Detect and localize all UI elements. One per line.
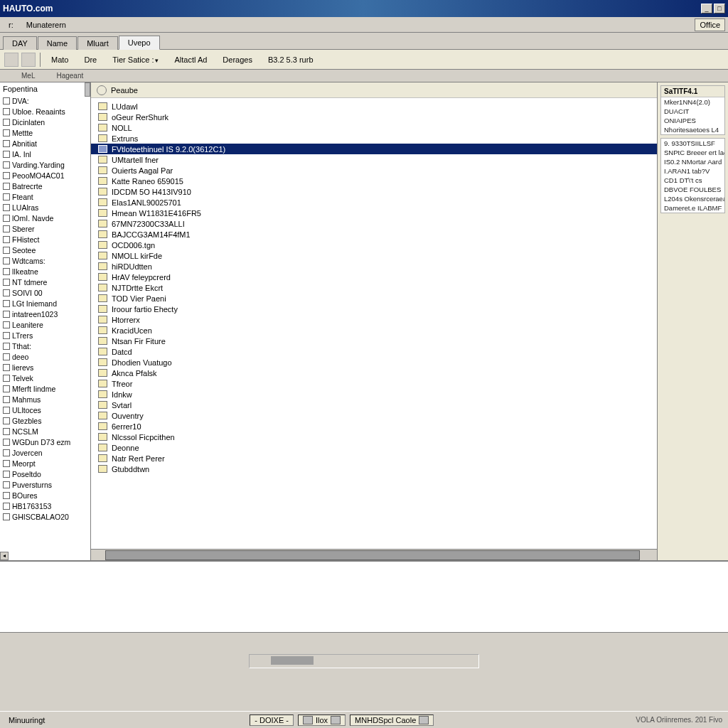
right-panel-line[interactable]: SNPtC Breeer ert lao	[661, 148, 724, 157]
tool-dre[interactable]: Dre	[77, 53, 103, 66]
tool-icon-2[interactable]	[21, 53, 36, 67]
tool-mato[interactable]: Mato	[45, 53, 75, 66]
sidebar-item[interactable]: Sberer	[0, 223, 90, 234]
folder-item[interactable]: Iroour fartio Ehecty	[91, 304, 657, 314]
folder-item[interactable]: BAJCCG3AM14F4fM1	[91, 229, 657, 240]
sidebar-item[interactable]: Batrecrte	[0, 181, 90, 191]
sidebar-item[interactable]: LTrers	[0, 330, 90, 341]
sidebar-item[interactable]: ULltoces	[0, 405, 90, 415]
folder-item[interactable]: NMOLL kirFde	[91, 250, 657, 261]
sidebar-item[interactable]: Fteant	[0, 191, 90, 202]
sidebar-item[interactable]: IA. Inl	[0, 149, 90, 159]
sidebar-item[interactable]: deeo	[0, 351, 90, 362]
menu-item-1[interactable]: Munaterern	[21, 19, 72, 31]
sidebar-item[interactable]: Mettte	[0, 127, 90, 138]
folder-item[interactable]: Elas1ANL90025701	[91, 197, 657, 208]
tool-altactl[interactable]: Altactl Ad	[168, 53, 213, 66]
folder-item[interactable]: oGeur RerShurk	[91, 112, 657, 122]
tool-icon-1[interactable]	[4, 53, 18, 67]
horizontal-scrollbar[interactable]	[91, 549, 657, 560]
menu-item-0[interactable]: r:	[3, 19, 19, 31]
right-panel-line[interactable]: Nhoritesaetoes L4	[661, 125, 724, 134]
status-box-0[interactable]: - DOIXE -	[250, 714, 294, 726]
folder-item[interactable]: hiRDUdtten	[91, 261, 657, 272]
sidebar-item[interactable]: FHistect	[0, 234, 90, 245]
tab-1[interactable]: Name	[38, 36, 77, 50]
right-panel-line[interactable]: I.ARAN1 tab?V	[661, 166, 724, 176]
folder-item[interactable]: NOLL	[91, 122, 657, 133]
right-panel-line[interactable]: L204s Okensrceraea	[661, 194, 724, 203]
sidebar-item[interactable]: NT tdmere	[0, 277, 90, 287]
folder-item[interactable]: LUdawl	[91, 101, 657, 112]
sidebar-item[interactable]: Ubloe. Reaaints	[0, 106, 90, 117]
refresh-icon[interactable]	[97, 85, 107, 95]
sidebar-item[interactable]: WGDun D73 ezm	[0, 437, 90, 447]
sidebar-item[interactable]: Gtezbles	[0, 415, 90, 426]
sidebar-scroll-left[interactable]: ◂	[0, 552, 9, 560]
sidebar-item[interactable]: lIkeatne	[0, 266, 90, 277]
folder-item[interactable]: Svtarl	[91, 400, 657, 410]
folder-item[interactable]: Natr Rert Perer	[91, 453, 657, 464]
folder-item[interactable]: NJTDrtte Ekcrt	[91, 282, 657, 293]
right-panel-line[interactable]: CD1 DT\'t cs	[661, 176, 724, 185]
folder-item[interactable]: IDCDM 5O H413IV910	[91, 186, 657, 197]
sidebar-item[interactable]: Telvek	[0, 373, 90, 383]
sidebar-item[interactable]: GHISCBALAO20	[0, 511, 90, 522]
sidebar-item[interactable]: Leanitere	[0, 319, 90, 330]
sidebar-item[interactable]: PeooMO4AC01	[0, 170, 90, 181]
tab-3[interactable]: Uvepo	[119, 36, 160, 50]
sidebar-item[interactable]: Puversturns	[0, 479, 90, 490]
minimize-button[interactable]: _	[701, 4, 712, 14]
folder-item[interactable]: 6errer10	[91, 421, 657, 432]
sidebar-item[interactable]: lierevs	[0, 362, 90, 373]
sidebar-item[interactable]: Poseltdo	[0, 469, 90, 479]
folder-item[interactable]: Tfreor	[91, 378, 657, 389]
folder-item[interactable]: Extruns	[91, 133, 657, 144]
folder-item[interactable]: Ntsan Fir Fiture	[91, 336, 657, 346]
folder-item[interactable]: Dhodien Vuatugo	[91, 357, 657, 368]
sidebar-item[interactable]: DVA:	[0, 95, 90, 106]
right-panel-line[interactable]: IS0.2 NMortar Aard	[661, 157, 724, 166]
folder-item[interactable]: Ouventry	[91, 410, 657, 421]
tool-derages[interactable]: Derages	[216, 53, 259, 66]
sidebar-item[interactable]: BOures	[0, 490, 90, 500]
right-panel-line[interactable]: ONIAIPES	[661, 116, 724, 125]
tool-version[interactable]: B3.2 5.3 rurb	[262, 53, 320, 66]
sidebar-item[interactable]: LGt Iniemand	[0, 298, 90, 309]
sidebar-item[interactable]: LUAlras	[0, 202, 90, 213]
folder-item[interactable]: FVtloteethinuel IS 9.2.0(3612C1)	[91, 144, 657, 154]
folder-item[interactable]: Katte Raneo 659015	[91, 176, 657, 186]
folder-item[interactable]: Ouierts Aagal Par	[91, 165, 657, 176]
folder-item[interactable]: Htorrerx	[91, 314, 657, 325]
right-panel-line[interactable]: 9. 9330TSIILLSF	[661, 139, 724, 148]
sidebar-item[interactable]: Meorpt	[0, 458, 90, 469]
sidebar-item[interactable]: intatreen1023	[0, 309, 90, 319]
sidebar-item[interactable]: Jovercen	[0, 447, 90, 458]
sidebar-item[interactable]: Mferft Iindme	[0, 383, 90, 394]
right-panel-line[interactable]: DBVOE FOULBES	[661, 185, 724, 194]
menubar-right-label[interactable]: Office	[695, 18, 725, 31]
maximize-button[interactable]: □	[714, 4, 725, 14]
sidebar-item[interactable]: Tthat:	[0, 341, 90, 351]
sidebar-item[interactable]: HB1763153	[0, 500, 90, 511]
sidebar-item[interactable]: Wdtcams:	[0, 255, 90, 266]
folder-item[interactable]: Gtubddtwn	[91, 464, 657, 474]
folder-item[interactable]: HrAV feleypcrerd	[91, 272, 657, 282]
folder-item[interactable]: Idnkw	[91, 389, 657, 400]
sidebar-item[interactable]: Seotee	[0, 245, 90, 255]
sidebar-item[interactable]: Mahmus	[0, 394, 90, 405]
folder-item[interactable]: KracidUcen	[91, 325, 657, 336]
folder-item[interactable]: UMtartell fner	[91, 154, 657, 165]
folder-item[interactable]: Deonne	[91, 442, 657, 453]
folder-item[interactable]: Aknca Pfalsk	[91, 368, 657, 378]
sidebar-item[interactable]: Varding.Yarding	[0, 159, 90, 170]
folder-item[interactable]: 67MN72300C33ALLI	[91, 218, 657, 229]
sidebar-item[interactable]: SOIVI 00	[0, 287, 90, 298]
sidebar-item[interactable]: Abnitiat	[0, 138, 90, 149]
folder-item[interactable]: Hmean W11831E416FR5	[91, 208, 657, 218]
right-panel-line[interactable]: Dameret.e ILABMF	[661, 203, 724, 213]
right-panel-line[interactable]: DUACIT	[661, 107, 724, 116]
sidebar-item[interactable]: lOmI. Navde	[0, 213, 90, 223]
tool-tier-dropdown[interactable]: Tier Satice :	[106, 53, 165, 66]
tab-0[interactable]: DAY	[3, 36, 37, 50]
